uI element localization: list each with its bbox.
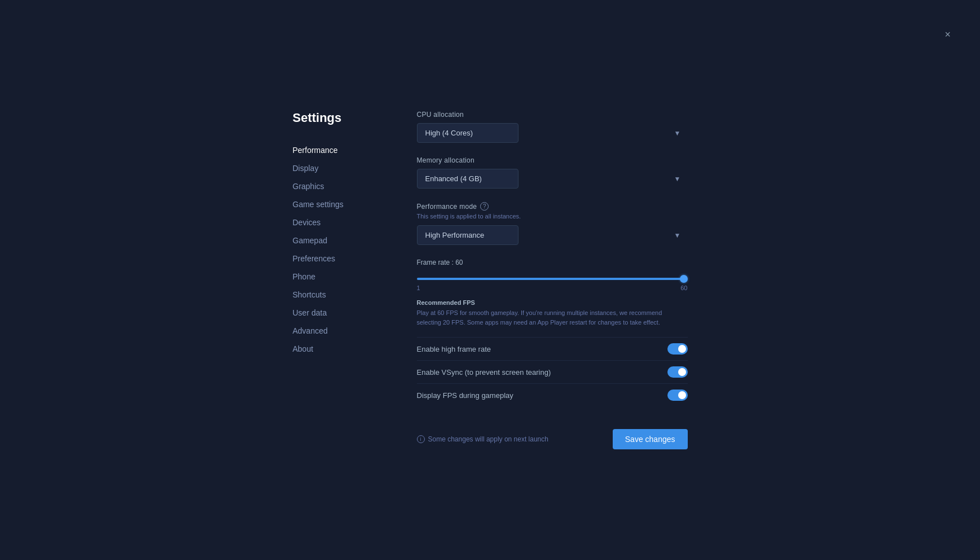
sidebar-item-display[interactable]: Display bbox=[293, 159, 383, 177]
cpu-dropdown-arrow-icon: ▼ bbox=[674, 129, 681, 137]
settings-container: Settings PerformanceDisplayGraphicsGame … bbox=[293, 111, 688, 449]
cpu-allocation-select[interactable]: High (4 Cores) Medium (2 Cores) Low (1 C… bbox=[417, 123, 518, 143]
memory-allocation-wrapper: Enhanced (4 GB) Standard (2 GB) Low (1 G… bbox=[417, 169, 688, 189]
footer-info-icon: i bbox=[417, 435, 425, 443]
memory-allocation-label: Memory allocation bbox=[417, 156, 688, 164]
recommended-fps-text: Play at 60 FPS for smooth gameplay. If y… bbox=[417, 308, 688, 327]
toggle-row-high-frame-rate: Enable high frame rate bbox=[417, 337, 688, 360]
save-changes-button[interactable]: Save changes bbox=[613, 429, 688, 449]
toggle-row-fps-display: Display FPS during gameplay bbox=[417, 383, 688, 406]
sidebar-item-shortcuts[interactable]: Shortcuts bbox=[293, 286, 383, 304]
performance-mode-help-icon[interactable]: ? bbox=[480, 202, 489, 211]
sidebar-item-graphics[interactable]: Graphics bbox=[293, 177, 383, 195]
sidebar: Settings PerformanceDisplayGraphicsGame … bbox=[293, 111, 383, 449]
memory-allocation-select[interactable]: Enhanced (4 GB) Standard (2 GB) Low (1 G… bbox=[417, 169, 518, 189]
sidebar-item-gamepad[interactable]: Gamepad bbox=[293, 231, 383, 250]
frame-rate-slider[interactable] bbox=[417, 278, 688, 280]
sidebar-item-preferences[interactable]: Preferences bbox=[293, 250, 383, 268]
toggle-label-vsync: Enable VSync (to prevent screen tearing) bbox=[417, 368, 551, 377]
performance-mode-select[interactable]: High Performance Balanced Power Saving bbox=[417, 225, 518, 245]
footer: i Some changes will apply on next launch… bbox=[417, 420, 688, 449]
cpu-allocation-wrapper: High (4 Cores) Medium (2 Cores) Low (1 C… bbox=[417, 123, 688, 143]
settings-title: Settings bbox=[293, 111, 383, 125]
slider-min: 1 bbox=[417, 285, 420, 291]
toggle-row-vsync: Enable VSync (to prevent screen tearing) bbox=[417, 360, 688, 383]
footer-note: i Some changes will apply on next launch bbox=[417, 435, 548, 443]
toggle-fps-display[interactable] bbox=[667, 390, 688, 401]
sidebar-item-about[interactable]: About bbox=[293, 340, 383, 358]
slider-max: 60 bbox=[680, 285, 687, 291]
sidebar-item-game-settings[interactable]: Game settings bbox=[293, 195, 383, 213]
footer-note-text: Some changes will apply on next launch bbox=[428, 435, 548, 443]
recommended-fps-title: Recommended FPS bbox=[417, 299, 688, 306]
performance-mode-label-row: Performance mode ? bbox=[417, 202, 688, 211]
toggle-label-fps-display: Display FPS during gameplay bbox=[417, 391, 513, 400]
toggle-vsync[interactable] bbox=[667, 366, 688, 378]
slider-range: 1 60 bbox=[417, 285, 688, 291]
sidebar-item-user-data[interactable]: User data bbox=[293, 304, 383, 322]
toggles-container: Enable high frame rateEnable VSync (to p… bbox=[417, 337, 688, 406]
toggle-label-high-frame-rate: Enable high frame rate bbox=[417, 345, 491, 353]
toggle-high-frame-rate[interactable] bbox=[667, 343, 688, 355]
frame-rate-label: Frame rate : 60 bbox=[417, 259, 688, 266]
sidebar-item-performance[interactable]: Performance bbox=[293, 141, 383, 159]
close-button[interactable]: × bbox=[944, 29, 951, 40]
performance-mode-wrapper: High Performance Balanced Power Saving ▼ bbox=[417, 225, 688, 245]
performance-dropdown-arrow-icon: ▼ bbox=[674, 231, 681, 239]
main-content: CPU allocation High (4 Cores) Medium (2 … bbox=[417, 111, 688, 449]
slider-container bbox=[417, 272, 688, 282]
sidebar-nav: PerformanceDisplayGraphicsGame settingsD… bbox=[293, 141, 383, 358]
performance-mode-label: Performance mode bbox=[417, 203, 477, 211]
cpu-allocation-label: CPU allocation bbox=[417, 111, 688, 119]
memory-dropdown-arrow-icon: ▼ bbox=[674, 175, 681, 183]
performance-mode-sublabel: This setting is applied to all instances… bbox=[417, 213, 688, 220]
sidebar-item-advanced[interactable]: Advanced bbox=[293, 322, 383, 340]
sidebar-item-phone[interactable]: Phone bbox=[293, 268, 383, 286]
sidebar-item-devices[interactable]: Devices bbox=[293, 213, 383, 231]
